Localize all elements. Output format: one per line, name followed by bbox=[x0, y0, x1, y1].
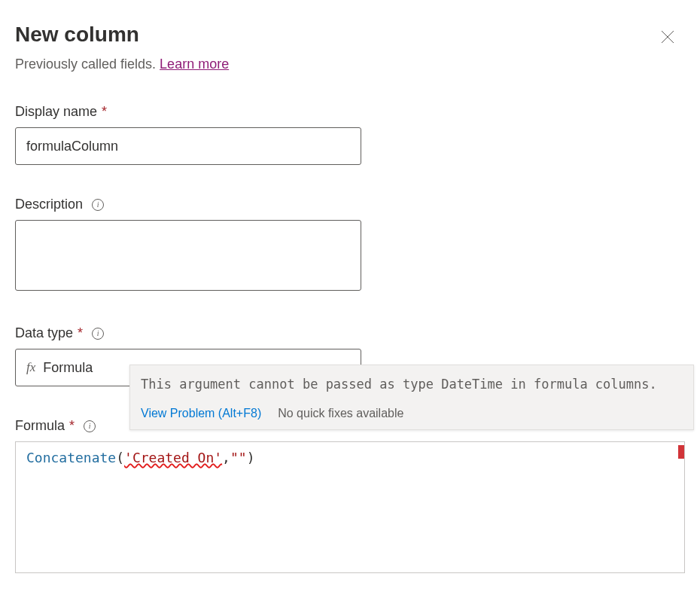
token-open-paren: ( bbox=[116, 450, 124, 465]
description-label-text: Description bbox=[15, 197, 83, 212]
error-gutter-marker bbox=[678, 445, 684, 459]
data-type-value: Formula bbox=[43, 360, 93, 376]
token-close-paren: ) bbox=[247, 450, 255, 465]
info-icon[interactable]: i bbox=[92, 199, 104, 211]
data-type-label-text: Data type bbox=[15, 325, 73, 341]
no-quick-fix-text: No quick fixes available bbox=[278, 407, 403, 420]
description-label: Description i bbox=[15, 197, 685, 212]
formula-editor[interactable]: Concatenate('Created On',"") bbox=[15, 441, 685, 573]
description-group: Description i bbox=[15, 197, 685, 294]
required-asterisk: * bbox=[69, 418, 75, 434]
formula-label-text: Formula bbox=[15, 418, 65, 434]
required-asterisk: * bbox=[78, 325, 83, 341]
display-name-group: Display name * bbox=[15, 104, 685, 165]
learn-more-link[interactable]: Learn more bbox=[160, 56, 229, 72]
info-icon[interactable]: i bbox=[92, 328, 104, 340]
panel-title: New column bbox=[15, 23, 139, 47]
formula-group: Formula * i This argument cannot be pass… bbox=[15, 418, 685, 573]
token-comma: , bbox=[222, 450, 230, 465]
data-type-label: Data type * i bbox=[15, 325, 685, 341]
view-problem-link[interactable]: View Problem (Alt+F8) bbox=[141, 407, 261, 420]
error-tooltip: This argument cannot be passed as type D… bbox=[129, 365, 694, 430]
token-arg2: "" bbox=[230, 450, 247, 465]
formula-code-line: Concatenate('Created On',"") bbox=[26, 450, 674, 465]
error-tooltip-message: This argument cannot be passed as type D… bbox=[130, 365, 693, 401]
info-icon[interactable]: i bbox=[84, 420, 96, 432]
description-input[interactable] bbox=[15, 220, 361, 291]
close-button[interactable] bbox=[658, 27, 677, 49]
token-arg-error: 'Created On' bbox=[124, 450, 222, 465]
panel-subtitle-row: Previously called fields. Learn more bbox=[15, 56, 685, 72]
token-function: Concatenate bbox=[26, 450, 116, 465]
required-asterisk: * bbox=[102, 104, 107, 120]
close-icon bbox=[661, 30, 674, 44]
display-name-input[interactable] bbox=[15, 127, 361, 165]
display-name-label: Display name * bbox=[15, 104, 685, 120]
fx-icon: fx bbox=[26, 360, 35, 375]
display-name-label-text: Display name bbox=[15, 104, 97, 120]
panel-subtitle: Previously called fields. bbox=[15, 56, 156, 72]
